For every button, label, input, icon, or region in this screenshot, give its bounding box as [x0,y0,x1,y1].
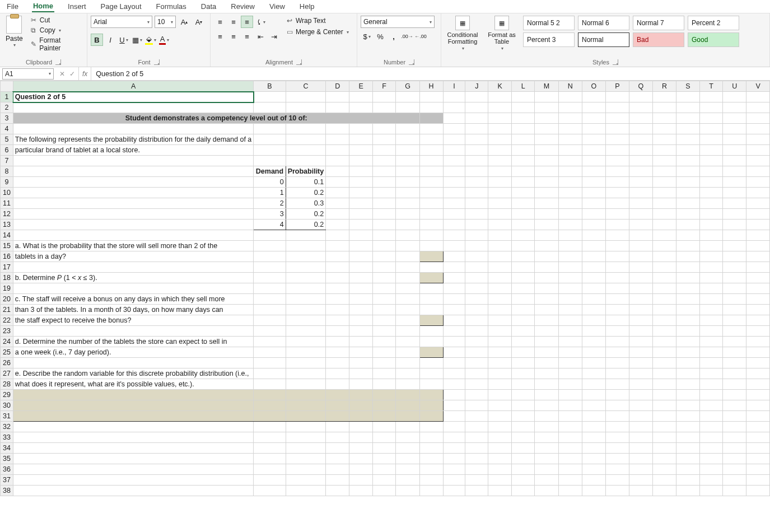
cell-K12[interactable] [488,209,512,220]
cell-M25[interactable] [535,347,559,358]
cell-P5[interactable] [606,134,629,145]
cell-S33[interactable] [676,432,700,443]
cell-T28[interactable] [699,379,722,390]
cell-E21[interactable] [349,305,373,315]
style-normal-5-2[interactable]: Normal 5 2 [523,16,575,30]
cell-P21[interactable] [606,305,629,315]
cell-B5[interactable] [254,134,286,145]
cell-Q15[interactable] [629,241,652,251]
row-header-33[interactable]: 33 [1,432,13,443]
cell-L17[interactable] [512,262,535,273]
cell-L36[interactable] [512,464,535,475]
cell-L15[interactable] [512,241,535,251]
align-right-button[interactable]: ≡ [241,30,253,43]
cell-K14[interactable] [488,230,512,241]
cell-J38[interactable] [465,486,488,496]
cell-R27[interactable] [653,368,676,379]
cell-V16[interactable] [746,251,770,262]
cell-R15[interactable] [653,241,676,251]
cell-D15[interactable] [326,241,349,251]
cell-N3[interactable] [558,113,582,124]
cell-B32[interactable] [254,422,286,432]
cell-V30[interactable] [746,400,770,411]
row-header-21[interactable]: 21 [1,305,13,315]
cell-H4[interactable] [419,124,443,134]
cell-U20[interactable] [723,294,746,305]
col-header-K[interactable]: K [488,81,512,92]
cell-P29[interactable] [606,390,629,400]
cell-N30[interactable] [558,400,582,411]
cell-Q4[interactable] [629,124,652,134]
cell-C31[interactable] [286,411,326,422]
cell-H18[interactable] [419,273,443,283]
cell-S26[interactable] [676,358,700,368]
cell-I37[interactable] [443,475,465,486]
cell-C32[interactable] [286,422,326,432]
cell-V38[interactable] [746,486,770,496]
cell-J35[interactable] [465,454,488,464]
cell-F33[interactable] [372,432,395,443]
cell-S15[interactable] [676,241,700,251]
cell-N9[interactable] [558,177,582,188]
cell-C20[interactable] [286,294,326,305]
cell-F36[interactable] [372,464,395,475]
cell-N14[interactable] [558,230,582,241]
cell-B8[interactable]: Demand [254,166,286,177]
cell-U32[interactable] [723,422,746,432]
cell-I30[interactable] [443,400,465,411]
cell-H15[interactable] [419,241,443,251]
cell-S12[interactable] [676,209,700,220]
cell-F34[interactable] [372,443,395,454]
cell-M23[interactable] [535,326,559,337]
cell-P10[interactable] [606,188,629,198]
cell-N8[interactable] [558,166,582,177]
percent-format-button[interactable]: % [374,30,386,43]
cell-O15[interactable] [582,241,605,251]
cell-L32[interactable] [512,422,535,432]
cell-U2[interactable] [723,102,746,113]
dialog-launcher-icon[interactable] [613,59,618,65]
cell-I2[interactable] [443,102,465,113]
cell-K20[interactable] [488,294,512,305]
cell-J14[interactable] [465,230,488,241]
cell-V37[interactable] [746,475,770,486]
cell-C12[interactable]: 0.2 [286,209,326,220]
cell-E32[interactable] [349,422,373,432]
cell-F22[interactable] [372,315,395,326]
cell-J31[interactable] [465,411,488,422]
cell-N32[interactable] [558,422,582,432]
cell-F32[interactable] [372,422,395,432]
cell-C11[interactable]: 0.3 [286,198,326,209]
cell-I16[interactable] [443,251,465,262]
cell-F4[interactable] [372,124,395,134]
select-all-corner[interactable] [1,81,13,92]
cell-S11[interactable] [676,198,700,209]
cell-O18[interactable] [582,273,605,283]
cell-H12[interactable] [419,209,443,220]
cell-R37[interactable] [653,475,676,486]
cell-B6[interactable] [254,145,286,156]
cell-O24[interactable] [582,337,605,347]
cell-T6[interactable] [699,145,722,156]
cell-A3[interactable]: Student demonstrates a competency level … [13,113,419,124]
cell-V9[interactable] [746,177,770,188]
cell-T25[interactable] [699,347,722,358]
cell-V31[interactable] [746,411,770,422]
cell-O23[interactable] [582,326,605,337]
cell-E35[interactable] [349,454,373,464]
cell-H2[interactable] [419,102,443,113]
cut-button[interactable]: ✂Cut [29,16,83,25]
col-header-L[interactable]: L [512,81,535,92]
cell-H37[interactable] [419,475,443,486]
cell-O4[interactable] [582,124,605,134]
cell-V33[interactable] [746,432,770,443]
cell-T2[interactable] [699,102,722,113]
cell-P6[interactable] [606,145,629,156]
row-header-16[interactable]: 16 [1,251,13,262]
cell-N4[interactable] [558,124,582,134]
col-header-O[interactable]: O [582,81,605,92]
cell-P7[interactable] [606,156,629,166]
formula-input[interactable]: Question 2 of 5 [91,70,770,78]
cell-A1[interactable]: Question 2 of 5 [13,92,253,102]
cell-U28[interactable] [723,379,746,390]
